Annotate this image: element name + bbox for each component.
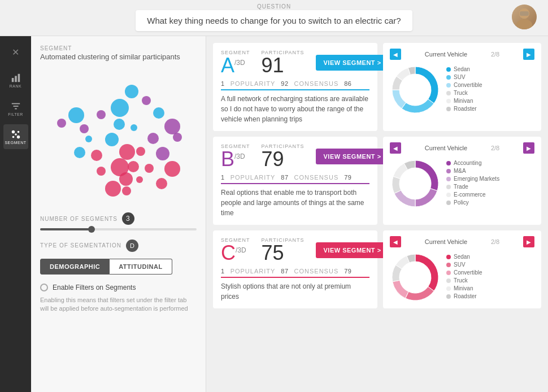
svg-point-10 <box>11 130 14 133</box>
avatar-image <box>512 5 537 29</box>
view-segment-btn-b[interactable]: VIEW SEGMENT > <box>316 149 389 164</box>
legend-dot <box>446 185 451 189</box>
segment-right-c: ◀ Current Vehicle 2/8 ▶ Sedan <box>383 230 541 308</box>
view-segment-btn-c[interactable]: VIEW SEGMENT > <box>316 242 389 258</box>
legend-dot <box>446 67 451 72</box>
scatter-dot <box>147 133 159 144</box>
legend-dot <box>446 193 451 197</box>
seg-id-group-c: SEGMENT C/3D <box>221 237 250 263</box>
legend-label: Trade <box>454 184 468 190</box>
view-segment-btn-a[interactable]: VIEW SEGMENT > <box>316 55 389 71</box>
seg-stats-c: 1 POPULARITY 87 CONSENSUS 79 <box>221 268 369 278</box>
scatter-dot <box>97 110 106 119</box>
chart-next-btn-b[interactable]: ▶ <box>523 142 534 154</box>
popularity-val: 87 <box>281 268 288 275</box>
filter-label: Enable Filters on Segments <box>53 284 136 291</box>
sidebar-item-rank-label: RANK <box>10 84 21 88</box>
legend-dot <box>446 107 451 111</box>
legend-item: Convertible <box>446 269 534 276</box>
avatar <box>512 5 537 29</box>
demographic-button[interactable]: DEMOGRAPHIC <box>40 259 110 275</box>
chart-prev-btn-a[interactable]: ◀ <box>390 49 401 60</box>
legend-dot <box>446 99 451 103</box>
legend-item: Accounting <box>446 160 534 166</box>
scatter-dot <box>156 178 167 189</box>
sidebar-item-segment[interactable]: SEGMENT <box>3 124 28 149</box>
participants-count-c: 75 <box>262 243 305 263</box>
legend-item: Roadster <box>446 106 534 112</box>
segment-subtitle: Automated clustering of similar particip… <box>40 53 197 61</box>
filter-description: Enabling this means that filters set und… <box>40 296 197 313</box>
legend-item: SUV <box>446 262 534 268</box>
sidebar-item-filter[interactable]: FILTER <box>3 96 28 121</box>
scatter-dot <box>164 161 180 177</box>
dot-chart <box>40 68 193 203</box>
seg-quote-a: A full network of recharging stations ar… <box>221 94 369 124</box>
sidebar-item-rank[interactable]: RANK <box>3 68 28 93</box>
scatter-dot <box>80 124 89 133</box>
legend-dot <box>446 177 451 181</box>
legend-dot <box>446 278 451 283</box>
seg-id-group-b: SEGMENT B/3D <box>221 143 250 169</box>
scatter-dot <box>57 119 66 128</box>
num-segments-badge: 3 <box>122 212 134 225</box>
seg-id-group-a: SEGMENT A/3D <box>221 50 250 76</box>
filter-checkbox-row[interactable]: Enable Filters on Segments <box>40 284 197 291</box>
svg-point-14 <box>15 133 17 136</box>
scatter-dot <box>68 107 84 123</box>
scatter-dot <box>145 164 154 173</box>
donut-chart-c <box>390 252 441 303</box>
segment-left-a: SEGMENT A/3D PARTICIPANTS 91 VIEW SEGMEN… <box>213 43 377 131</box>
svg-rect-6 <box>18 73 20 81</box>
legend-label: Policy <box>454 199 469 206</box>
svg-rect-5 <box>15 76 17 82</box>
legend-label: Sedan <box>454 66 470 72</box>
segment-card-b: SEGMENT B/3D PARTICIPANTS 79 VIEW SEGMEN… <box>213 137 541 225</box>
legend-item: M&A <box>446 168 534 174</box>
legend-dot <box>446 161 451 165</box>
segments-slider[interactable] <box>40 228 197 230</box>
chart-body-a: Sedan SUV Convertible <box>390 64 534 115</box>
legend-label: Minivan <box>454 285 473 291</box>
filter-radio[interactable] <box>40 284 48 291</box>
segment-title: SEGMENT <box>40 45 197 51</box>
seg-letter-b: B/3D <box>221 149 250 169</box>
seg-type-row: TYPE OF SEGMENTATION D <box>40 239 197 252</box>
popularity-val: 87 <box>281 174 288 181</box>
legend-item: E-commerce <box>446 191 534 198</box>
scatter-dot <box>125 85 138 98</box>
legend-label: Accounting <box>454 160 481 166</box>
legend-label: Minivan <box>454 98 473 104</box>
legend-item: Minivan <box>446 285 534 291</box>
legend-item: Policy <box>446 199 534 206</box>
legend-item: SUV <box>446 74 534 80</box>
chart-next-btn-c[interactable]: ▶ <box>523 236 534 247</box>
slider-fill <box>40 228 92 230</box>
donut-chart-a <box>390 64 441 115</box>
chart-page-a: 2/8 <box>491 51 499 58</box>
scatter-dot <box>74 147 85 158</box>
stats-num: 1 <box>221 174 225 181</box>
seg-stats-b: 1 POPULARITY 87 CONSENSUS 79 <box>221 174 369 184</box>
legend-item: Trade <box>446 184 534 190</box>
chart-legend-b: Accounting M&A Emerging Markets <box>446 160 534 207</box>
legend-dot <box>446 255 451 259</box>
chart-prev-btn-c[interactable]: ◀ <box>390 236 401 247</box>
consensus-label: CONSENSUS <box>294 174 339 181</box>
close-button[interactable]: ✕ <box>6 42 26 62</box>
scatter-dot <box>119 172 133 186</box>
stats-num: 1 <box>221 80 225 87</box>
chart-prev-btn-b[interactable]: ◀ <box>390 142 401 154</box>
legend-item: Emerging Markets <box>446 176 534 182</box>
left-panel: SEGMENT Automated clustering of similar … <box>31 36 206 392</box>
legend-item: Truck <box>446 277 534 284</box>
filter-icon <box>11 101 21 111</box>
donut-chart-b <box>390 158 441 209</box>
attitudinal-button[interactable]: ATTITUDINAL <box>110 259 172 275</box>
chart-next-btn-a[interactable]: ▶ <box>523 49 534 60</box>
legend-item: Minivan <box>446 98 534 104</box>
legend-item: Sedan <box>446 254 534 260</box>
scatter-dot <box>122 186 131 195</box>
sidebar: ✕ RANK FILTER <box>0 36 31 392</box>
legend-label: Sedan <box>454 254 470 260</box>
